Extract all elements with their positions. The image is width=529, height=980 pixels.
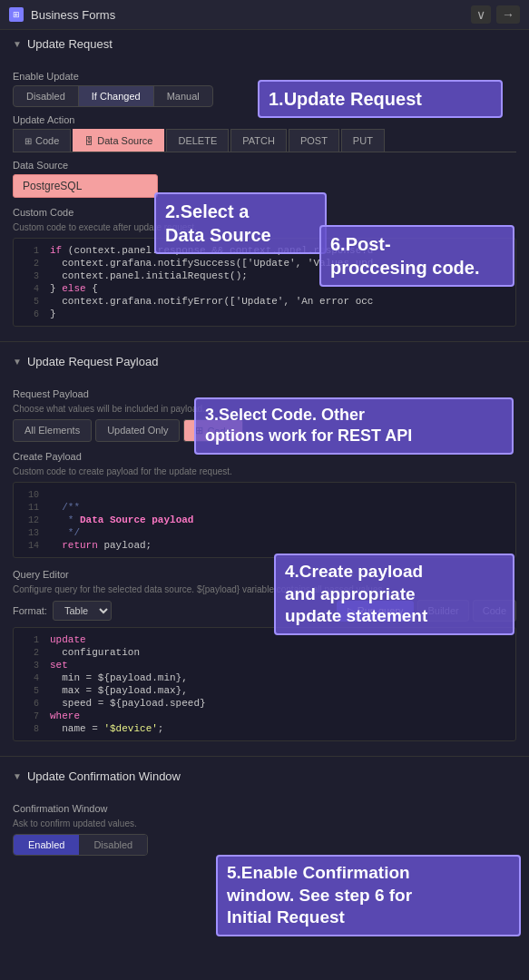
payload-tabs: All Elements Updated Only ⊞ Code [13, 419, 516, 442]
query-line-8: 8 name = '$device'; [14, 722, 515, 735]
collapse-button[interactable]: ∨ [471, 5, 491, 24]
action-tab-delete[interactable]: DELETE [166, 129, 229, 152]
code-line-3: 3 context.panel.initialRequest(); [14, 270, 515, 282]
if-changed-btn[interactable]: If Changed [79, 86, 154, 106]
create-payload-desc: Custom code to create payload for the up… [13, 466, 516, 478]
query-format-row: Format: Table ▷ Run query Builder Code [13, 600, 516, 622]
code-line-4: 4 } else { [14, 282, 515, 295]
query-line-1: 1 update [14, 633, 515, 646]
disabled-btn[interactable]: Disabled [14, 86, 79, 106]
query-line-4: 4 min = ${payload.min}, [14, 671, 515, 684]
payload-section-header[interactable]: ▼ Update Request Payload [0, 348, 529, 372]
chevron-icon: ▼ [13, 39, 22, 49]
query-line-6: 6 speed = ${payload.speed} [14, 697, 515, 710]
query-line-7: 7 where [14, 710, 515, 722]
enable-update-label: Enable Update [13, 71, 516, 82]
data-source-label: Data Source [13, 160, 516, 171]
data-source-input[interactable] [13, 174, 158, 198]
query-line-5: 5 max = ${payload.max}, [14, 684, 515, 697]
confirm-window-label: Confirmation Window [13, 803, 516, 814]
expand-button[interactable]: → [496, 5, 520, 24]
payload-code-icon: ⊞ [195, 425, 203, 436]
code-line-2: 2 context.grafana.notifySuccess(['Update… [14, 257, 515, 270]
payload-chevron-icon: ▼ [13, 357, 22, 367]
payload-code-line-14: 14 return payload; [14, 539, 515, 552]
format-label: Format: [13, 605, 47, 616]
action-tab-code[interactable]: ⊞ Code [13, 129, 71, 152]
confirm-window-desc: Ask to confirm updated values. [13, 818, 516, 830]
code-line-5: 5 context.grafana.notifyError(['Update',… [14, 295, 515, 308]
action-tab-put[interactable]: PUT [341, 129, 385, 152]
request-payload-label: Request Payload [13, 388, 516, 399]
create-payload-editor[interactable]: 10 11 /** 12 * Data Source payload 13 */… [13, 482, 516, 558]
annotation-5: 5.Enable Confirmationwindow. See step 6 … [216, 855, 521, 936]
enabled-disabled-group: Enabled Disabled [13, 834, 148, 856]
title-bar: ⊞ Business Forms ∨ → [0, 0, 529, 30]
disabled-btn-confirm[interactable]: Disabled [79, 835, 147, 855]
query-line-3: 3 set [14, 659, 515, 671]
panel-title: Business Forms [31, 8, 464, 22]
action-tab-datasource[interactable]: 🗄 Data Source [73, 129, 164, 152]
builder-button[interactable]: Builder [417, 600, 468, 622]
custom-code-desc: Custom code to execute after update requ… [13, 221, 516, 234]
code-button[interactable]: Code [473, 600, 516, 622]
enable-update-group: Disabled If Changed Manual [13, 85, 213, 107]
code-line-1: 1 if (context.panel.response && context.… [14, 244, 515, 257]
confirmation-section-header[interactable]: ▼ Update Confirmation Window [0, 762, 529, 787]
panel-icon: ⊞ [9, 7, 24, 22]
query-actions: ▷ Run query Builder Code [337, 600, 516, 622]
create-payload-label: Create Payload [13, 451, 516, 462]
payload-code-line-13: 13 */ [14, 526, 515, 539]
code-line-6: 6 } [14, 308, 515, 320]
action-tabs: ⊞ Code 🗄 Data Source DELETE PATCH POST P… [13, 129, 516, 152]
update-request-label: Update Request [27, 37, 113, 51]
query-editor-desc: Configure query for the selected data so… [13, 583, 516, 596]
update-action-label: Update Action [13, 114, 516, 125]
enabled-btn[interactable]: Enabled [14, 835, 79, 855]
confirmation-section-label: Update Confirmation Window [27, 769, 181, 783]
query-editor-code[interactable]: 1 update 2 configuration 3 set 4 min = $… [13, 627, 516, 741]
action-tab-post[interactable]: POST [289, 129, 339, 152]
datasource-tab-icon: 🗄 [84, 136, 93, 146]
payload-section-label: Update Request Payload [27, 355, 159, 368]
manual-btn[interactable]: Manual [154, 86, 212, 106]
confirmation-section: Confirmation Window Ask to confirm updat… [0, 787, 529, 865]
main-panel: ⊞ Business Forms ∨ → ▼ Update Request En… [0, 0, 529, 980]
run-query-button[interactable]: ▷ Run query [337, 601, 415, 622]
custom-code-label: Custom Code [13, 207, 516, 218]
custom-code-editor[interactable]: 1 if (context.panel.response && context.… [13, 238, 516, 327]
update-request-header[interactable]: ▼ Update Request [0, 30, 529, 54]
payload-tab-code[interactable]: ⊞ Code [183, 419, 242, 442]
update-request-section: Enable Update Disabled If Changed Manual… [0, 54, 529, 336]
request-payload-desc: Choose what values will be included in p… [13, 403, 516, 416]
payload-code-line-10: 10 [14, 488, 515, 501]
confirmation-chevron-icon: ▼ [13, 771, 22, 781]
payload-code-line-12: 12 * Data Source payload [14, 514, 515, 526]
query-line-2: 2 configuration [14, 646, 515, 659]
payload-code-line-11: 11 /** [14, 501, 515, 514]
payload-tab-updated[interactable]: Updated Only [95, 419, 180, 442]
code-tab-icon: ⊞ [24, 136, 32, 146]
action-tab-patch[interactable]: PATCH [230, 129, 287, 152]
title-bar-actions: ∨ → [471, 5, 520, 24]
format-select[interactable]: Table [53, 601, 112, 621]
payload-tab-all[interactable]: All Elements [13, 419, 92, 442]
query-editor-label: Query Editor [13, 569, 516, 580]
payload-section: Request Payload Choose what values will … [0, 372, 529, 750]
